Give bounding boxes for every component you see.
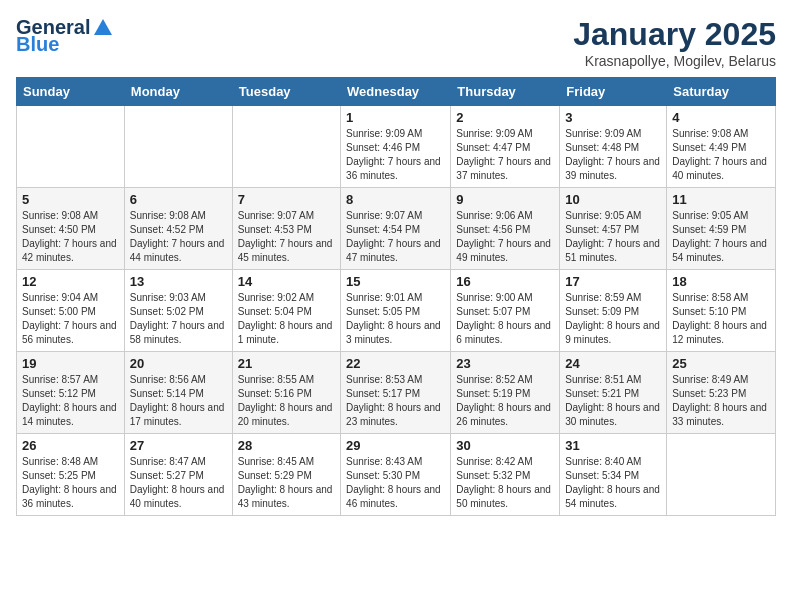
calendar-week-1: 1Sunrise: 9:09 AM Sunset: 4:46 PM Daylig… bbox=[17, 106, 776, 188]
calendar-cell: 12Sunrise: 9:04 AM Sunset: 5:00 PM Dayli… bbox=[17, 270, 125, 352]
day-number: 29 bbox=[346, 438, 445, 453]
calendar-cell: 7Sunrise: 9:07 AM Sunset: 4:53 PM Daylig… bbox=[232, 188, 340, 270]
day-info: Sunrise: 9:05 AM Sunset: 4:57 PM Dayligh… bbox=[565, 209, 661, 265]
day-info: Sunrise: 8:57 AM Sunset: 5:12 PM Dayligh… bbox=[22, 373, 119, 429]
day-info: Sunrise: 9:06 AM Sunset: 4:56 PM Dayligh… bbox=[456, 209, 554, 265]
day-number: 9 bbox=[456, 192, 554, 207]
calendar-cell: 2Sunrise: 9:09 AM Sunset: 4:47 PM Daylig… bbox=[451, 106, 560, 188]
title-block: January 2025 Krasnapollye, Mogilev, Bela… bbox=[573, 16, 776, 69]
day-number: 12 bbox=[22, 274, 119, 289]
weekday-header-monday: Monday bbox=[124, 78, 232, 106]
logo: General Blue bbox=[16, 16, 114, 56]
day-number: 26 bbox=[22, 438, 119, 453]
calendar-cell: 8Sunrise: 9:07 AM Sunset: 4:54 PM Daylig… bbox=[341, 188, 451, 270]
weekday-header-wednesday: Wednesday bbox=[341, 78, 451, 106]
day-info: Sunrise: 8:48 AM Sunset: 5:25 PM Dayligh… bbox=[22, 455, 119, 511]
day-info: Sunrise: 9:03 AM Sunset: 5:02 PM Dayligh… bbox=[130, 291, 227, 347]
calendar-cell: 28Sunrise: 8:45 AM Sunset: 5:29 PM Dayli… bbox=[232, 434, 340, 516]
day-info: Sunrise: 8:49 AM Sunset: 5:23 PM Dayligh… bbox=[672, 373, 770, 429]
weekday-header-row: SundayMondayTuesdayWednesdayThursdayFrid… bbox=[17, 78, 776, 106]
calendar-cell: 25Sunrise: 8:49 AM Sunset: 5:23 PM Dayli… bbox=[667, 352, 776, 434]
calendar-cell bbox=[17, 106, 125, 188]
day-number: 4 bbox=[672, 110, 770, 125]
calendar-cell: 16Sunrise: 9:00 AM Sunset: 5:07 PM Dayli… bbox=[451, 270, 560, 352]
calendar-cell: 31Sunrise: 8:40 AM Sunset: 5:34 PM Dayli… bbox=[560, 434, 667, 516]
day-number: 27 bbox=[130, 438, 227, 453]
calendar-cell bbox=[667, 434, 776, 516]
calendar-cell: 11Sunrise: 9:05 AM Sunset: 4:59 PM Dayli… bbox=[667, 188, 776, 270]
calendar-cell: 1Sunrise: 9:09 AM Sunset: 4:46 PM Daylig… bbox=[341, 106, 451, 188]
day-info: Sunrise: 9:09 AM Sunset: 4:48 PM Dayligh… bbox=[565, 127, 661, 183]
calendar-cell: 20Sunrise: 8:56 AM Sunset: 5:14 PM Dayli… bbox=[124, 352, 232, 434]
day-info: Sunrise: 8:58 AM Sunset: 5:10 PM Dayligh… bbox=[672, 291, 770, 347]
logo-blue-text: Blue bbox=[16, 33, 59, 56]
day-number: 15 bbox=[346, 274, 445, 289]
day-number: 18 bbox=[672, 274, 770, 289]
day-info: Sunrise: 9:09 AM Sunset: 4:46 PM Dayligh… bbox=[346, 127, 445, 183]
day-number: 28 bbox=[238, 438, 335, 453]
day-info: Sunrise: 8:42 AM Sunset: 5:32 PM Dayligh… bbox=[456, 455, 554, 511]
month-title: January 2025 bbox=[573, 16, 776, 53]
day-number: 14 bbox=[238, 274, 335, 289]
weekday-header-tuesday: Tuesday bbox=[232, 78, 340, 106]
calendar-week-3: 12Sunrise: 9:04 AM Sunset: 5:00 PM Dayli… bbox=[17, 270, 776, 352]
weekday-header-friday: Friday bbox=[560, 78, 667, 106]
calendar-cell: 10Sunrise: 9:05 AM Sunset: 4:57 PM Dayli… bbox=[560, 188, 667, 270]
calendar-cell: 30Sunrise: 8:42 AM Sunset: 5:32 PM Dayli… bbox=[451, 434, 560, 516]
day-number: 16 bbox=[456, 274, 554, 289]
calendar-cell: 14Sunrise: 9:02 AM Sunset: 5:04 PM Dayli… bbox=[232, 270, 340, 352]
calendar-cell: 29Sunrise: 8:43 AM Sunset: 5:30 PM Dayli… bbox=[341, 434, 451, 516]
day-info: Sunrise: 8:45 AM Sunset: 5:29 PM Dayligh… bbox=[238, 455, 335, 511]
weekday-header-thursday: Thursday bbox=[451, 78, 560, 106]
calendar-cell: 23Sunrise: 8:52 AM Sunset: 5:19 PM Dayli… bbox=[451, 352, 560, 434]
day-info: Sunrise: 9:08 AM Sunset: 4:49 PM Dayligh… bbox=[672, 127, 770, 183]
calendar-cell: 6Sunrise: 9:08 AM Sunset: 4:52 PM Daylig… bbox=[124, 188, 232, 270]
calendar-cell: 13Sunrise: 9:03 AM Sunset: 5:02 PM Dayli… bbox=[124, 270, 232, 352]
day-info: Sunrise: 9:04 AM Sunset: 5:00 PM Dayligh… bbox=[22, 291, 119, 347]
day-number: 17 bbox=[565, 274, 661, 289]
calendar-cell: 9Sunrise: 9:06 AM Sunset: 4:56 PM Daylig… bbox=[451, 188, 560, 270]
calendar-cell: 27Sunrise: 8:47 AM Sunset: 5:27 PM Dayli… bbox=[124, 434, 232, 516]
day-number: 20 bbox=[130, 356, 227, 371]
day-info: Sunrise: 8:43 AM Sunset: 5:30 PM Dayligh… bbox=[346, 455, 445, 511]
day-info: Sunrise: 9:08 AM Sunset: 4:52 PM Dayligh… bbox=[130, 209, 227, 265]
location: Krasnapollye, Mogilev, Belarus bbox=[573, 53, 776, 69]
day-number: 1 bbox=[346, 110, 445, 125]
day-info: Sunrise: 8:56 AM Sunset: 5:14 PM Dayligh… bbox=[130, 373, 227, 429]
day-info: Sunrise: 8:52 AM Sunset: 5:19 PM Dayligh… bbox=[456, 373, 554, 429]
day-info: Sunrise: 9:08 AM Sunset: 4:50 PM Dayligh… bbox=[22, 209, 119, 265]
calendar-cell: 15Sunrise: 9:01 AM Sunset: 5:05 PM Dayli… bbox=[341, 270, 451, 352]
day-number: 2 bbox=[456, 110, 554, 125]
day-info: Sunrise: 8:47 AM Sunset: 5:27 PM Dayligh… bbox=[130, 455, 227, 511]
calendar-cell bbox=[124, 106, 232, 188]
day-number: 3 bbox=[565, 110, 661, 125]
calendar-cell: 22Sunrise: 8:53 AM Sunset: 5:17 PM Dayli… bbox=[341, 352, 451, 434]
calendar-table: SundayMondayTuesdayWednesdayThursdayFrid… bbox=[16, 77, 776, 516]
weekday-header-sunday: Sunday bbox=[17, 78, 125, 106]
day-number: 31 bbox=[565, 438, 661, 453]
day-info: Sunrise: 9:01 AM Sunset: 5:05 PM Dayligh… bbox=[346, 291, 445, 347]
day-number: 30 bbox=[456, 438, 554, 453]
calendar-cell: 17Sunrise: 8:59 AM Sunset: 5:09 PM Dayli… bbox=[560, 270, 667, 352]
day-info: Sunrise: 9:00 AM Sunset: 5:07 PM Dayligh… bbox=[456, 291, 554, 347]
day-number: 5 bbox=[22, 192, 119, 207]
calendar-cell: 26Sunrise: 8:48 AM Sunset: 5:25 PM Dayli… bbox=[17, 434, 125, 516]
day-info: Sunrise: 9:07 AM Sunset: 4:53 PM Dayligh… bbox=[238, 209, 335, 265]
day-info: Sunrise: 9:09 AM Sunset: 4:47 PM Dayligh… bbox=[456, 127, 554, 183]
day-info: Sunrise: 9:05 AM Sunset: 4:59 PM Dayligh… bbox=[672, 209, 770, 265]
calendar-week-4: 19Sunrise: 8:57 AM Sunset: 5:12 PM Dayli… bbox=[17, 352, 776, 434]
day-info: Sunrise: 8:51 AM Sunset: 5:21 PM Dayligh… bbox=[565, 373, 661, 429]
day-number: 24 bbox=[565, 356, 661, 371]
calendar-cell: 5Sunrise: 9:08 AM Sunset: 4:50 PM Daylig… bbox=[17, 188, 125, 270]
calendar-cell: 4Sunrise: 9:08 AM Sunset: 4:49 PM Daylig… bbox=[667, 106, 776, 188]
calendar-cell: 18Sunrise: 8:58 AM Sunset: 5:10 PM Dayli… bbox=[667, 270, 776, 352]
day-number: 23 bbox=[456, 356, 554, 371]
day-number: 22 bbox=[346, 356, 445, 371]
day-number: 21 bbox=[238, 356, 335, 371]
weekday-header-saturday: Saturday bbox=[667, 78, 776, 106]
calendar-cell: 24Sunrise: 8:51 AM Sunset: 5:21 PM Dayli… bbox=[560, 352, 667, 434]
day-number: 13 bbox=[130, 274, 227, 289]
svg-marker-0 bbox=[94, 19, 112, 35]
day-info: Sunrise: 8:59 AM Sunset: 5:09 PM Dayligh… bbox=[565, 291, 661, 347]
day-info: Sunrise: 8:55 AM Sunset: 5:16 PM Dayligh… bbox=[238, 373, 335, 429]
